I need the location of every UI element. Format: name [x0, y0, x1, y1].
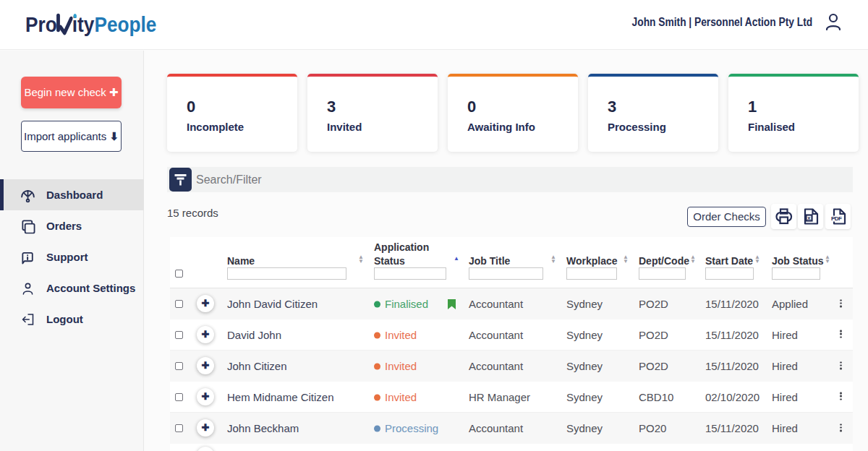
- svg-text:PDF: PDF: [831, 215, 842, 222]
